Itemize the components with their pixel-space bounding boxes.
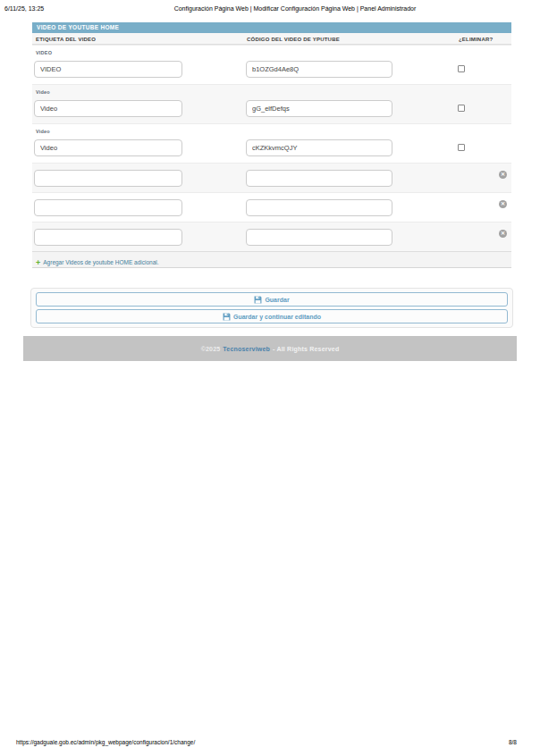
video-row-1: VIDEO	[32, 45, 511, 84]
codigo-input-3[interactable]	[246, 139, 392, 156]
site-footer: ©2025 Tecnoserviweb - All Rights Reserve…	[23, 336, 517, 361]
submit-row: Guardar Guardar y continuar editando	[30, 288, 513, 328]
eliminar-checkbox-3[interactable]	[458, 144, 465, 151]
save-continue-button-label: Guardar y continuar editando	[233, 314, 321, 320]
etiqueta-input-4[interactable]	[34, 170, 182, 187]
column-eliminar: ¿ELIMINAR?	[459, 37, 493, 42]
footer-brand-link[interactable]: Tecnoserviweb	[223, 346, 270, 352]
add-icon: +	[36, 258, 40, 267]
row-3-label: Video	[36, 129, 50, 134]
video-row-6: ✕	[32, 222, 511, 251]
save-continue-button[interactable]: Guardar y continuar editando	[36, 309, 508, 323]
column-codigo: CÓDIGO DEL VIDEO DE YPUTUBE	[247, 37, 340, 42]
etiqueta-input-6[interactable]	[34, 229, 182, 246]
print-footer: https://gadguale.gob.ec/admin/pkg_webpag…	[0, 739, 540, 750]
codigo-input-2[interactable]	[246, 100, 392, 117]
row-1-label: VIDEO	[36, 50, 52, 55]
delete-row-icon[interactable]: ✕	[499, 171, 507, 179]
module-caption: VIDEO DE YOUTUBE HOME	[32, 22, 511, 33]
delete-row-icon[interactable]: ✕	[499, 200, 507, 208]
add-row: +Agregar Videos de youtube HOME adiciona…	[32, 251, 511, 268]
video-row-3: Video	[32, 123, 511, 163]
save-button[interactable]: Guardar	[36, 292, 508, 307]
footer-rights: - All Rights Reserved	[273, 346, 339, 352]
eliminar-checkbox-1[interactable]	[458, 65, 465, 72]
footer-copyright: ©2025	[201, 346, 221, 352]
row-2-label: Video	[36, 89, 50, 95]
codigo-input-6[interactable]	[246, 229, 392, 246]
add-video-link[interactable]: Agregar Videos de youtube HOME adicional…	[43, 259, 158, 265]
column-etiqueta: ETIQUETA DEL VIDEO	[36, 37, 96, 42]
etiqueta-input-1[interactable]	[34, 61, 182, 78]
video-row-4: ✕	[32, 163, 511, 192]
save-icon	[254, 296, 262, 304]
column-header-row: ETIQUETA DEL VIDEO CÓDIGO DEL VIDEO DE Y…	[32, 33, 511, 45]
print-page-title: Configuración Página Web | Modificar Con…	[174, 5, 417, 12]
print-page-number: 8/8	[509, 739, 517, 745]
codigo-input-1[interactable]	[246, 61, 392, 78]
codigo-input-5[interactable]	[246, 199, 392, 216]
print-datetime: 6/11/25, 13:25	[4, 5, 44, 12]
save-button-label: Guardar	[265, 297, 289, 303]
youtube-videos-module: VIDEO DE YOUTUBE HOME ETIQUETA DEL VIDEO…	[32, 22, 511, 268]
etiqueta-input-3[interactable]	[34, 139, 182, 156]
save-icon	[223, 313, 231, 321]
etiqueta-input-2[interactable]	[34, 100, 182, 117]
print-header: 6/11/25, 13:25 Configuración Página Web …	[0, 5, 540, 16]
codigo-input-4[interactable]	[246, 170, 392, 187]
delete-row-icon[interactable]: ✕	[499, 230, 507, 238]
video-row-5: ✕	[32, 192, 511, 222]
print-url: https://gadguale.gob.ec/admin/pkg_webpag…	[16, 739, 195, 745]
etiqueta-input-5[interactable]	[34, 199, 182, 216]
eliminar-checkbox-2[interactable]	[458, 105, 465, 112]
video-row-2: Video	[32, 84, 511, 123]
